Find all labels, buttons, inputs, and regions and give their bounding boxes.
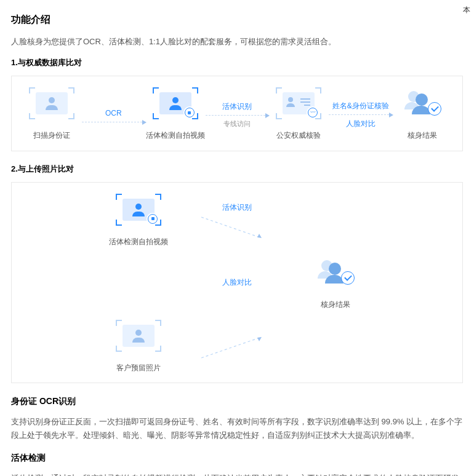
liveness-heading: 活体检测: [11, 451, 463, 466]
ocr-desc: 支持识别身份证正反面，一次扫描即可返回身份证号、姓名、有效时间等所有字段，数字识…: [11, 415, 463, 442]
flow2-label-result: 核身结果: [321, 298, 350, 311]
police-verify-icon: 〰: [276, 87, 321, 119]
liveness-desc: 活体检测，通过对一段实时录制的自拍视频进行检测，从而确认当前用户为真人，主要针对…: [11, 472, 463, 476]
flow1-arrow-ocr: OCR: [79, 107, 148, 122]
features-intro: 人脸核身为您提供了OCR、活体检测、1:1人脸比对的配套服务，可根据您的需求灵活…: [11, 35, 463, 49]
flow1-step-selfie: 活体检测自拍视频: [148, 87, 203, 141]
selfie-video-icon: [116, 194, 161, 226]
flow2-title: 2.与上传照片比对: [11, 162, 463, 176]
flow2-arrow-liveness: 活体识别: [200, 201, 274, 240]
flow2-step-customer: 客户预留照片: [77, 320, 200, 374]
arrow-label-face-compare2: 人脸对比: [222, 276, 252, 288]
flow1-arrow-liveness: 活体识别 专线访问: [203, 100, 271, 130]
flow2-label-selfie: 活体检测自拍视频: [109, 236, 168, 248]
flow1-card: 扫描身份证 OCR 活体检测自拍视频 活体识别 专线访问: [11, 76, 463, 151]
flow1-step-result: 核身结果: [395, 87, 450, 141]
flow1-label-police: 公安权威核验: [276, 129, 321, 141]
flow1-step-scan: 扫描身份证: [24, 87, 79, 141]
result-icon: [400, 87, 445, 119]
flow2-label-customer: 客户预留照片: [116, 362, 161, 374]
flow1-arrow-verify: 姓名&身份证核验 人脸对比: [326, 100, 395, 130]
flow2-step-result: 核身结果: [274, 256, 397, 311]
flow2-arrow-compare-label: 人脸对比: [200, 276, 274, 291]
arrow-label-liveness2: 活体识别: [200, 201, 274, 213]
flow2-step-selfie: 活体检测自拍视频: [77, 194, 200, 248]
flow2-card: 活体检测自拍视频 活体识别 人脸对比 核身结果: [11, 182, 463, 383]
arrow-label-ocr: OCR: [105, 107, 122, 119]
flow1-title: 1.与权威数据库比对: [11, 56, 463, 69]
arrow-label-liveness: 活体识别: [222, 100, 252, 113]
ocr-heading: 身份证 OCR识别: [11, 394, 463, 409]
flow1-label-selfie: 活体检测自拍视频: [146, 129, 205, 141]
flow1-step-police: 〰 公安权威核验: [271, 87, 326, 141]
selfie-video-icon: [153, 87, 198, 119]
flow1-row: 扫描身份证 OCR 活体检测自拍视频 活体识别 专线访问: [24, 87, 450, 141]
features-heading: 功能介绍: [11, 11, 463, 28]
idcard-scan-icon: [29, 87, 74, 119]
flow2-grid: 活体检测自拍视频 活体识别 人脸对比 核身结果: [24, 194, 450, 374]
arrow-label-face-compare: 人脸对比: [346, 117, 376, 130]
flow2-arrow-compare: [200, 335, 274, 359]
flow1-label-scan: 扫描身份证: [33, 129, 70, 141]
arrow-label-name-id: 姓名&身份证核验: [332, 100, 389, 112]
page-top-marker: 本: [463, 4, 470, 16]
arrow-sub-private: 专线访问: [223, 118, 251, 130]
flow1-label-result: 核身结果: [408, 129, 437, 141]
customer-photo-icon: [116, 320, 161, 352]
result-icon: [313, 256, 358, 288]
